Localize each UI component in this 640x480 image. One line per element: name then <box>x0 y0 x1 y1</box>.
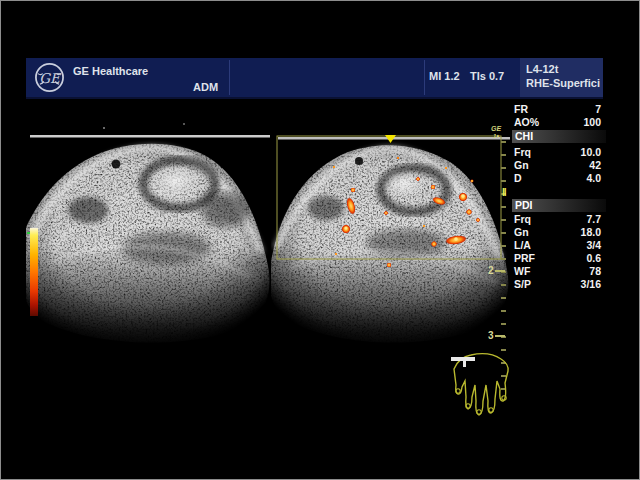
depth-label-3cm: 3 <box>488 330 494 341</box>
colorbar-baseline-tick <box>27 232 30 234</box>
skin-line-left <box>30 135 270 138</box>
param-value: 7.7 <box>586 213 601 226</box>
parameter-panel: FR 7 AO% 100 CHI Frq 10.0 Gn 42 D 4.0 PD… <box>514 98 601 298</box>
mi-value: MI 1.2 <box>429 70 460 82</box>
param-row: Gn 42 <box>514 159 601 172</box>
param-label: S/P <box>514 278 531 291</box>
brand-label: GE Healthcare <box>73 65 148 77</box>
param-row: FR 7 <box>514 103 601 116</box>
svg-text:GE: GE <box>39 70 62 86</box>
param-value: 18.0 <box>581 226 601 239</box>
param-value: 3/4 <box>586 239 601 252</box>
doppler-colorbar <box>30 228 38 316</box>
ge-logo-icon: GE <box>34 62 65 93</box>
param-label: Frq <box>514 213 531 226</box>
header-divider <box>424 60 425 95</box>
depth-label-2cm: 2 <box>488 265 494 276</box>
probe-label: L4-12t <box>526 63 558 75</box>
param-label: AO% <box>514 116 539 129</box>
param-row: WF 78 <box>514 265 601 278</box>
param-row: S/P 3/16 <box>514 278 601 291</box>
param-value: 4.0 <box>586 172 601 185</box>
param-value: 0.6 <box>586 252 601 265</box>
ruler-major-tick <box>495 335 505 337</box>
param-value: 7 <box>595 103 601 116</box>
ruler-orientation-submark: 1♦ <box>493 133 499 139</box>
header-divider <box>229 60 230 95</box>
param-value: 3/16 <box>581 278 601 291</box>
param-row: Frq 7.7 <box>514 213 601 226</box>
param-row: PRF 0.6 <box>514 252 601 265</box>
tis-value: TIs 0.7 <box>470 70 504 82</box>
probe-position-marker <box>451 357 475 367</box>
param-value: 100 <box>583 116 601 129</box>
body-marker-hand-icon <box>449 349 517 421</box>
b-mode-section-header: CHI <box>512 130 606 143</box>
focus-zone-marker: II <box>502 188 506 198</box>
ultrasound-screen: GE GE Healthcare ADM MI 1.2 TIs 0.7 L4-1… <box>0 0 640 480</box>
ruler-major-tick <box>495 270 505 272</box>
ruler-orientation-mark: GE <box>491 125 501 132</box>
operator-id-label: ADM <box>193 81 218 93</box>
param-value: 42 <box>589 159 601 172</box>
preset-label: RHE-Superfici <box>526 77 600 89</box>
param-row: Gn 18.0 <box>514 226 601 239</box>
param-label: WF <box>514 265 530 278</box>
param-value: 78 <box>589 265 601 278</box>
param-value: 10.0 <box>581 146 601 159</box>
param-row: Frq 10.0 <box>514 146 601 159</box>
header-bar: GE GE Healthcare ADM MI 1.2 TIs 0.7 L4-1… <box>26 58 603 99</box>
param-row: L/A 3/4 <box>514 239 601 252</box>
param-label: D <box>514 172 522 185</box>
param-label: Frq <box>514 146 531 159</box>
param-row: D 4.0 <box>514 172 601 185</box>
probe-preset-box: L4-12t RHE-Superfici <box>520 58 603 97</box>
param-label: PRF <box>514 252 535 265</box>
param-row: AO% 100 <box>514 116 601 129</box>
param-label: FR <box>514 103 528 116</box>
param-label: L/A <box>514 239 531 252</box>
param-label: Gn <box>514 226 529 239</box>
param-label: Gn <box>514 159 529 172</box>
doppler-section-header: PDI <box>512 199 606 212</box>
